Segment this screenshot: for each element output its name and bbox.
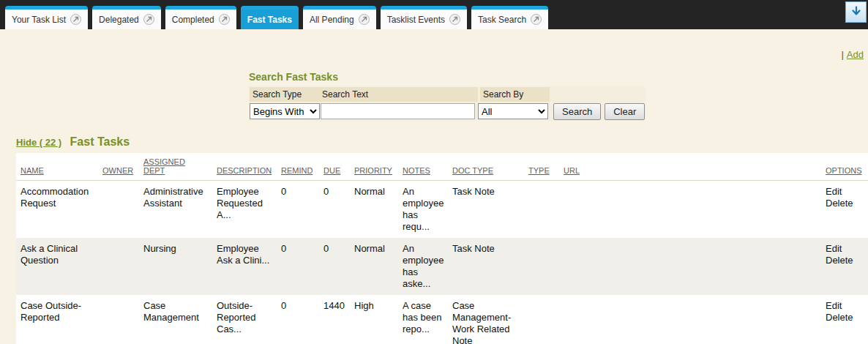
tab-label: Delegated xyxy=(99,15,139,25)
search-type-label: Search Type xyxy=(252,89,322,100)
cell-description: Employee Requested A... xyxy=(212,181,277,239)
cell-notes: An employee has aske... xyxy=(398,238,448,295)
tab-your-task-list[interactable]: Your Task List xyxy=(5,6,88,29)
cell-owner xyxy=(98,295,139,344)
col-header-description[interactable]: DESCRIPTION xyxy=(212,153,277,181)
search-by-select[interactable]: All xyxy=(478,103,548,119)
tab-task-search[interactable]: Task Search xyxy=(471,6,548,29)
cell-priority: Normal xyxy=(350,238,398,295)
fast-tasks-table: NAME OWNER ASSIGNED DEPT DESCRIPTION REM… xyxy=(16,153,868,344)
tab-overflow-button[interactable] xyxy=(845,1,867,23)
cell-type xyxy=(524,181,559,239)
search-type-select[interactable]: Begins With xyxy=(250,103,320,119)
col-header-type[interactable]: TYPE xyxy=(524,153,559,181)
col-header-assigned-dept[interactable]: ASSIGNED DEPT xyxy=(139,153,212,181)
tab-label: Tasklist Events xyxy=(387,15,445,25)
list-heading: Hide ( 22 ) Fast Tasks xyxy=(16,135,868,149)
cell-due: 1440 xyxy=(319,295,350,344)
tab-label: Completed xyxy=(172,15,214,25)
cell-priority: High xyxy=(350,295,398,344)
cell-assigned-dept: Administrative Assistant xyxy=(139,181,212,239)
divider: | xyxy=(841,49,843,60)
cell-priority: Normal xyxy=(350,181,398,239)
cell-assigned-dept: Nursing xyxy=(139,238,212,295)
hide-link[interactable]: Hide ( 22 ) xyxy=(16,137,61,148)
tab-delegated[interactable]: Delegated xyxy=(92,6,161,29)
tab-all-pending[interactable]: All Pending xyxy=(303,6,376,29)
search-labels-band: Search Type Search Text xyxy=(250,87,478,102)
tab-bar: Your Task List Delegated Completed Fast … xyxy=(0,0,868,29)
col-header-remind[interactable]: REMIND xyxy=(277,153,319,181)
tab-fast-tasks[interactable]: Fast Tasks xyxy=(241,6,299,29)
clear-button[interactable]: Clear xyxy=(605,103,645,120)
col-header-url[interactable]: URL xyxy=(559,153,821,181)
cell-doc-type: Case Management-Work Related Note xyxy=(448,295,524,344)
tab-completed[interactable]: Completed xyxy=(165,6,236,29)
cell-doc-type: Task Note xyxy=(448,181,524,239)
col-header-notes[interactable]: NOTES xyxy=(398,153,448,181)
tab-label: All Pending xyxy=(310,15,354,25)
table-row: Case Outside-Reported Case Management Ou… xyxy=(16,295,868,344)
search-by-band: Search By xyxy=(480,87,550,102)
search-form: Search Type Search Text Search By Begins… xyxy=(249,86,646,121)
search-text-input[interactable] xyxy=(321,103,475,119)
cell-options: Edit Delete xyxy=(821,181,868,239)
edit-link[interactable]: Edit xyxy=(826,300,864,312)
open-new-window-icon[interactable] xyxy=(449,14,460,25)
tab-tasklist-events[interactable]: Tasklist Events xyxy=(381,6,467,29)
search-button[interactable]: Search xyxy=(553,103,601,120)
add-link[interactable]: Add xyxy=(847,49,864,60)
cell-name: Accommodation Request xyxy=(16,181,98,239)
cell-notes: A case has been repo... xyxy=(398,295,448,344)
search-by-label: Search By xyxy=(483,89,523,100)
open-new-window-icon[interactable] xyxy=(70,14,81,25)
cell-url xyxy=(559,181,821,239)
table-row: Ask a Clinical Question Nursing Employee… xyxy=(16,238,868,295)
cell-options: Edit Delete xyxy=(821,295,868,344)
col-header-name[interactable]: NAME xyxy=(16,153,98,181)
col-header-owner[interactable]: OWNER xyxy=(98,153,139,181)
list-title: Fast Tasks xyxy=(70,135,130,148)
cell-type xyxy=(524,238,559,295)
tab-label: Fast Tasks xyxy=(247,15,292,25)
col-header-priority[interactable]: PRIORITY xyxy=(350,153,398,181)
cell-remind: 0 xyxy=(277,295,319,344)
cell-url xyxy=(559,295,821,344)
cell-doc-type: Task Note xyxy=(448,238,524,295)
cell-name: Case Outside-Reported xyxy=(16,295,98,344)
cell-notes: An employee has requ... xyxy=(398,181,448,239)
cell-description: Outside-Reported Cas... xyxy=(212,295,277,344)
cell-assigned-dept: Case Management xyxy=(139,295,212,344)
open-new-window-icon[interactable] xyxy=(143,14,154,25)
open-new-window-icon[interactable] xyxy=(219,14,230,25)
edit-link[interactable]: Edit xyxy=(826,186,864,198)
open-new-window-icon[interactable] xyxy=(359,14,370,25)
delete-link[interactable]: Delete xyxy=(826,198,864,209)
search-panel-title: Search Fast Tasks xyxy=(249,71,644,83)
delete-link[interactable]: Delete xyxy=(826,312,864,324)
tab-label: Task Search xyxy=(478,15,526,25)
cell-description: Employee Ask a Clini... xyxy=(212,238,277,295)
table-row: Accommodation Request Administrative Ass… xyxy=(16,181,868,239)
tab-label: Your Task List xyxy=(12,15,66,25)
search-text-label: Search Text xyxy=(322,89,478,100)
cell-name: Ask a Clinical Question xyxy=(16,238,98,295)
cell-due: 0 xyxy=(319,238,350,295)
edit-link[interactable]: Edit xyxy=(826,243,864,255)
search-fast-tasks-panel: Search Fast Tasks Search Type Search Tex… xyxy=(249,71,644,121)
arrow-down-icon xyxy=(850,5,862,20)
col-header-due[interactable]: DUE xyxy=(319,153,350,181)
cell-type xyxy=(524,295,559,344)
cell-url xyxy=(559,238,821,295)
cell-owner xyxy=(98,181,139,239)
col-header-options[interactable]: OPTIONS xyxy=(821,153,868,181)
delete-link[interactable]: Delete xyxy=(826,255,864,266)
toolbar-right: |Add xyxy=(0,29,868,61)
cell-due: 0 xyxy=(319,181,350,239)
open-new-window-icon[interactable] xyxy=(531,14,542,25)
table-header-row: NAME OWNER ASSIGNED DEPT DESCRIPTION REM… xyxy=(16,153,868,181)
cell-owner xyxy=(98,238,139,295)
col-header-doc-type[interactable]: DOC TYPE xyxy=(448,153,524,181)
cell-remind: 0 xyxy=(277,238,319,295)
cell-remind: 0 xyxy=(277,181,319,239)
